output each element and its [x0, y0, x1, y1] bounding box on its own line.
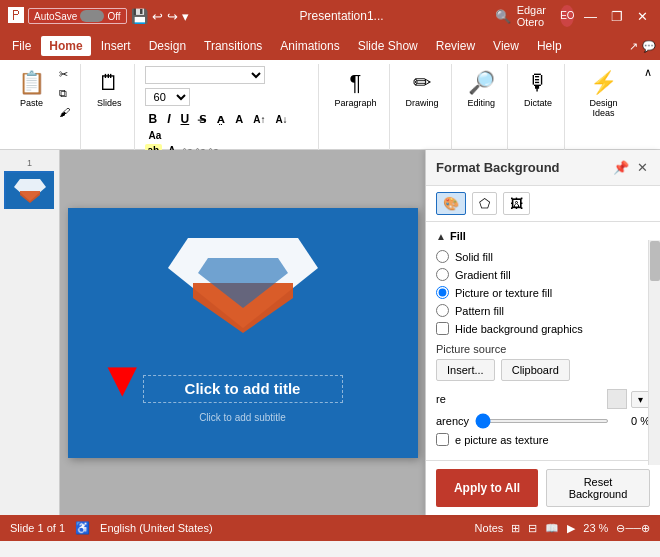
panel-close-icon[interactable]: ✕: [635, 158, 650, 177]
minimize-btn[interactable]: —: [580, 9, 601, 24]
copy-button[interactable]: ⧉: [55, 85, 74, 102]
comments-icon[interactable]: 💬: [642, 40, 656, 53]
drawing-label: Drawing: [406, 98, 439, 108]
slide-subtitle-placeholder[interactable]: Click to add subtitle: [199, 411, 286, 423]
decrease-font-button[interactable]: A↓: [271, 113, 291, 126]
reset-background-button[interactable]: Reset Background: [546, 469, 650, 507]
redo-icon[interactable]: ↪: [167, 9, 178, 24]
apply-to-all-button[interactable]: Apply to All: [436, 469, 538, 507]
language[interactable]: English (United States): [100, 522, 213, 534]
title-placeholder-text: Click to add title: [185, 380, 301, 397]
view-reading-btn[interactable]: 📖: [545, 522, 559, 535]
autosave-state: Off: [107, 11, 120, 22]
undo-icon[interactable]: ↩: [152, 9, 163, 24]
dictate-button[interactable]: 🎙 Dictate: [518, 66, 558, 112]
solid-fill-option[interactable]: Solid fill: [436, 250, 650, 263]
menu-review[interactable]: Review: [428, 36, 483, 56]
panel-pin-icon[interactable]: 📌: [611, 158, 631, 177]
chevron-up-icon: ∧: [644, 66, 652, 78]
panel-tab-fill[interactable]: 🎨: [436, 192, 466, 215]
hide-bg-graphics-option[interactable]: Hide background graphics: [436, 322, 650, 335]
design-ideas-label: Design Ideas: [581, 98, 626, 118]
menu-transitions[interactable]: Transitions: [196, 36, 270, 56]
autosave-toggle[interactable]: [80, 10, 104, 22]
pattern-fill-radio[interactable]: [436, 304, 449, 317]
scrollbar-thumb[interactable]: [650, 241, 660, 281]
close-btn[interactable]: ✕: [633, 9, 652, 24]
ribbon-group-font: 60 B I U S̶ A̤ A A↑ A↓ Aa ab A Aa Aa Aa: [139, 64, 319, 159]
slide-title-placeholder[interactable]: Click to add title: [143, 375, 343, 403]
menu-help[interactable]: Help: [529, 36, 570, 56]
font-size-select[interactable]: 60: [145, 88, 190, 106]
clear-format-button[interactable]: Aa: [145, 129, 166, 142]
slide-thumbnail[interactable]: [4, 171, 54, 209]
clipboard-button[interactable]: Clipboard: [501, 359, 570, 381]
editing-button[interactable]: 🔎 Editing: [462, 66, 502, 112]
zoom-slider[interactable]: ⊖──⊕: [616, 522, 650, 535]
font-color-button[interactable]: A: [231, 112, 247, 126]
paste-icon: 📋: [18, 70, 45, 96]
status-bar-right: Notes ⊞ ⊟ 📖 ▶ 23 % ⊖──⊕: [475, 522, 650, 535]
ribbon-group-clipboard: 📋 Paste ✂ ⧉ 🖌: [6, 64, 81, 159]
menu-home[interactable]: Home: [41, 36, 90, 56]
hide-bg-graphics-checkbox[interactable]: [436, 322, 449, 335]
more-icon[interactable]: ▾: [182, 9, 189, 24]
panel-tab-shape[interactable]: ⬠: [472, 192, 497, 215]
menu-view[interactable]: View: [485, 36, 527, 56]
solid-fill-label: Solid fill: [455, 251, 493, 263]
drawing-button[interactable]: ✏ Drawing: [400, 66, 445, 112]
panel-tab-image[interactable]: 🖼: [503, 192, 530, 215]
strikethrough-button[interactable]: S̶: [195, 112, 211, 127]
notes-button[interactable]: Notes: [475, 522, 504, 534]
picture-source-buttons: Insert... Clipboard: [436, 359, 650, 381]
menu-design[interactable]: Design: [141, 36, 194, 56]
solid-fill-radio[interactable]: [436, 250, 449, 263]
copy-icon: ⧉: [59, 87, 67, 100]
slide-canvas[interactable]: Click to add title Click to add subtitle…: [68, 208, 418, 458]
insert-button[interactable]: Insert...: [436, 359, 495, 381]
cut-button[interactable]: ✂: [55, 66, 74, 83]
paste-button[interactable]: 📋 Paste: [12, 66, 51, 120]
picture-fill-option[interactable]: Picture or texture fill: [436, 286, 650, 299]
tile-picture-checkbox[interactable]: [436, 433, 449, 446]
design-ideas-icon: ⚡: [590, 70, 617, 96]
powerpoint-icon: 🅿: [8, 7, 24, 25]
maximize-btn[interactable]: ❐: [607, 9, 627, 24]
increase-font-button[interactable]: A↑: [249, 113, 269, 126]
view-sorter-btn[interactable]: ⊟: [528, 522, 537, 535]
shadow-button[interactable]: A̤: [213, 113, 229, 126]
design-ideas-button[interactable]: ⚡ Design Ideas: [575, 66, 632, 122]
panel-scrollbar[interactable]: [648, 240, 660, 465]
view-slideshow-btn[interactable]: ▶: [567, 522, 575, 535]
dictate-icon: 🎙: [527, 70, 549, 96]
menu-slideshow[interactable]: Slide Show: [350, 36, 426, 56]
font-family-select[interactable]: [145, 66, 265, 84]
menu-file[interactable]: File: [4, 36, 39, 56]
underline-button[interactable]: U: [177, 111, 194, 127]
autosave-badge[interactable]: AutoSave Off: [28, 8, 127, 24]
picture-fill-radio[interactable]: [436, 286, 449, 299]
save-icon[interactable]: 💾: [131, 8, 148, 24]
paragraph-button[interactable]: ¶ Paragraph: [329, 66, 383, 112]
texture-preview[interactable]: [607, 389, 627, 409]
menu-animations[interactable]: Animations: [272, 36, 347, 56]
bold-button[interactable]: B: [145, 111, 162, 127]
share-icon[interactable]: ↗: [629, 40, 638, 53]
view-normal-btn[interactable]: ⊞: [511, 522, 520, 535]
pattern-fill-option[interactable]: Pattern fill: [436, 304, 650, 317]
format-painter-button[interactable]: 🖌: [55, 104, 74, 120]
transparency-slider[interactable]: [475, 419, 609, 423]
accessibility-icon[interactable]: ♿: [75, 521, 90, 535]
ribbon-collapse[interactable]: ∧: [642, 64, 654, 159]
slides-button[interactable]: 🗒 Slides: [91, 66, 128, 112]
italic-button[interactable]: I: [163, 111, 174, 127]
search-icon[interactable]: 🔍: [495, 9, 511, 24]
hide-bg-graphics-label: Hide background graphics: [455, 323, 583, 335]
ribbon-group-editing: 🔎 Editing: [456, 64, 509, 159]
panel-footer: Apply to All Reset Background: [426, 460, 660, 515]
panel-body: ▲ Fill Solid fill Gradient fill Picture …: [426, 222, 660, 460]
menu-insert[interactable]: Insert: [93, 36, 139, 56]
gradient-fill-option[interactable]: Gradient fill: [436, 268, 650, 281]
tile-row: e picture as texture: [436, 433, 650, 446]
gradient-fill-radio[interactable]: [436, 268, 449, 281]
